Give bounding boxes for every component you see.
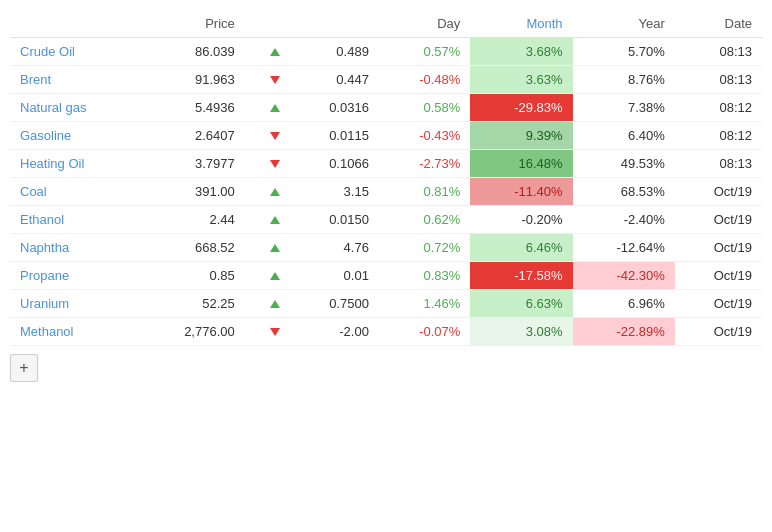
arrow-up-icon (270, 48, 280, 56)
table-row: Propane0.850.010.83%-17.58%-42.30%Oct/19 (10, 262, 762, 290)
commodity-year: 8.76% (573, 66, 675, 94)
commodities-container: Price Day Month Year Date Crude Oil86.03… (0, 0, 772, 392)
arrow-down-icon (270, 76, 280, 84)
commodity-name[interactable]: Uranium (10, 290, 139, 318)
commodity-change: -2.00 (290, 318, 379, 346)
table-row: Gasoline2.64070.0115-0.43%9.39%6.40%08:1… (10, 122, 762, 150)
commodity-price: 52.25 (139, 290, 245, 318)
commodity-day: 0.57% (379, 38, 470, 66)
commodity-arrow (245, 234, 290, 262)
commodity-change: 0.0150 (290, 206, 379, 234)
commodity-name[interactable]: Propane (10, 262, 139, 290)
commodity-date: 08:12 (675, 94, 762, 122)
commodity-price: 91.963 (139, 66, 245, 94)
commodity-name[interactable]: Ethanol (10, 206, 139, 234)
commodity-day: 0.83% (379, 262, 470, 290)
commodity-year: 68.53% (573, 178, 675, 206)
header-price: Price (139, 10, 245, 38)
table-row: Methanol2,776.00-2.00-0.07%3.08%-22.89%O… (10, 318, 762, 346)
commodity-name[interactable]: Heating Oil (10, 150, 139, 178)
table-row: Naphtha668.524.760.72%6.46%-12.64%Oct/19 (10, 234, 762, 262)
arrow-up-icon (270, 272, 280, 280)
commodity-arrow (245, 206, 290, 234)
arrow-down-icon (270, 160, 280, 168)
commodity-name[interactable]: Brent (10, 66, 139, 94)
commodity-year: -12.64% (573, 234, 675, 262)
commodity-arrow (245, 66, 290, 94)
table-row: Crude Oil86.0390.4890.57%3.68%5.70%08:13 (10, 38, 762, 66)
commodity-day: -0.43% (379, 122, 470, 150)
commodity-month: -17.58% (470, 262, 572, 290)
commodity-month: 3.08% (470, 318, 572, 346)
commodity-year: 6.96% (573, 290, 675, 318)
commodity-day: 0.72% (379, 234, 470, 262)
commodity-name[interactable]: Naphtha (10, 234, 139, 262)
commodity-day: 0.81% (379, 178, 470, 206)
commodity-price: 2,776.00 (139, 318, 245, 346)
commodity-arrow (245, 38, 290, 66)
commodity-change: 0.01 (290, 262, 379, 290)
commodity-day: 1.46% (379, 290, 470, 318)
commodity-month: 9.39% (470, 122, 572, 150)
commodity-month: 6.46% (470, 234, 572, 262)
header-month: Month (470, 10, 572, 38)
commodity-change: 0.489 (290, 38, 379, 66)
commodity-price: 2.44 (139, 206, 245, 234)
commodity-date: Oct/19 (675, 290, 762, 318)
commodity-arrow (245, 178, 290, 206)
arrow-up-icon (270, 104, 280, 112)
commodity-year: 5.70% (573, 38, 675, 66)
table-row: Uranium52.250.75001.46%6.63%6.96%Oct/19 (10, 290, 762, 318)
commodity-year: 7.38% (573, 94, 675, 122)
commodity-price: 5.4936 (139, 94, 245, 122)
commodity-day: 0.62% (379, 206, 470, 234)
commodity-arrow (245, 318, 290, 346)
commodity-name[interactable]: Methanol (10, 318, 139, 346)
table-row: Brent91.9630.447-0.48%3.63%8.76%08:13 (10, 66, 762, 94)
commodities-table: Price Day Month Year Date Crude Oil86.03… (10, 10, 762, 346)
commodity-month: -11.40% (470, 178, 572, 206)
commodity-month: -29.83% (470, 94, 572, 122)
commodity-date: 08:13 (675, 150, 762, 178)
header-year: Year (573, 10, 675, 38)
commodity-name[interactable]: Natural gas (10, 94, 139, 122)
commodity-month: 16.48% (470, 150, 572, 178)
table-row: Heating Oil3.79770.1066-2.73%16.48%49.53… (10, 150, 762, 178)
arrow-down-icon (270, 132, 280, 140)
table-row: Ethanol2.440.01500.62%-0.20%-2.40%Oct/19 (10, 206, 762, 234)
commodity-change: 0.0115 (290, 122, 379, 150)
commodity-price: 391.00 (139, 178, 245, 206)
arrow-down-icon (270, 328, 280, 336)
add-row-button[interactable]: + (10, 354, 38, 382)
header-date: Date (675, 10, 762, 38)
table-row: Natural gas5.49360.03160.58%-29.83%7.38%… (10, 94, 762, 122)
commodity-day: -0.48% (379, 66, 470, 94)
commodity-name[interactable]: Coal (10, 178, 139, 206)
commodity-price: 668.52 (139, 234, 245, 262)
commodity-change: 3.15 (290, 178, 379, 206)
commodity-name[interactable]: Gasoline (10, 122, 139, 150)
commodity-year: 49.53% (573, 150, 675, 178)
commodity-date: 08:12 (675, 122, 762, 150)
table-row: Coal391.003.150.81%-11.40%68.53%Oct/19 (10, 178, 762, 206)
header-arrow (245, 10, 290, 38)
commodity-arrow (245, 150, 290, 178)
commodity-arrow (245, 290, 290, 318)
commodity-day: -2.73% (379, 150, 470, 178)
commodity-month: 6.63% (470, 290, 572, 318)
commodity-price: 2.6407 (139, 122, 245, 150)
commodity-year: -2.40% (573, 206, 675, 234)
commodity-year: 6.40% (573, 122, 675, 150)
commodity-name[interactable]: Crude Oil (10, 38, 139, 66)
commodity-arrow (245, 122, 290, 150)
commodity-price: 0.85 (139, 262, 245, 290)
commodity-change: 0.0316 (290, 94, 379, 122)
commodity-year: -22.89% (573, 318, 675, 346)
arrow-up-icon (270, 216, 280, 224)
commodity-change: 0.447 (290, 66, 379, 94)
commodity-month: 3.68% (470, 38, 572, 66)
commodity-date: Oct/19 (675, 234, 762, 262)
commodity-date: Oct/19 (675, 318, 762, 346)
commodity-change: 0.7500 (290, 290, 379, 318)
commodity-arrow (245, 94, 290, 122)
